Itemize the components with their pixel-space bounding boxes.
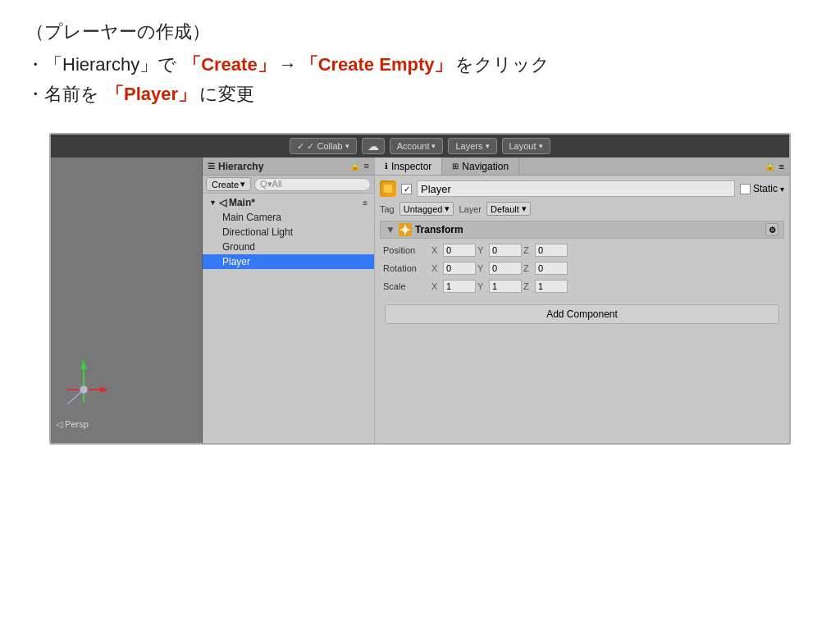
navigation-tab-label: Navigation xyxy=(462,161,509,172)
static-checkbox[interactable] xyxy=(740,184,751,194)
tab-inspector[interactable]: ℹ Inspector xyxy=(375,158,442,175)
svg-rect-9 xyxy=(384,185,392,193)
transform-actions: ⚙ xyxy=(765,223,778,236)
hierarchy-panel: ☰ Hierarchy 🔒 ≡ Create ▾ Q▾All ▼ xyxy=(203,158,375,443)
hierarchy-header-right: 🔒 ≡ xyxy=(349,161,369,171)
hierarchy-list: ▼ ◁ Main* ≡ Main Camera Directional Ligh… xyxy=(203,194,374,443)
inspector-panel: ℹ Inspector ⊞ Navigation 🔒 ≡ xyxy=(375,158,789,443)
bullet2-suffix: に変更 xyxy=(199,82,254,107)
account-arrow-icon: ▾ xyxy=(431,142,436,150)
unity-toolbar: ✓ ✓ Collab ▾ ☁ Account ▾ Layers ▾ Layout… xyxy=(51,135,789,158)
static-arrow-icon[interactable]: ▾ xyxy=(780,185,784,194)
toolbar-center: ✓ ✓ Collab ▾ ☁ Account ▾ Layers ▾ Layout… xyxy=(290,138,550,154)
hierarchy-menu-icon: ≡ xyxy=(364,161,369,171)
position-xyz: X Y Z xyxy=(431,244,781,257)
cloud-button[interactable]: ☁ xyxy=(362,138,385,154)
layout-button[interactable]: Layout ▾ xyxy=(502,138,550,154)
rotation-row: Rotation X Y Z xyxy=(383,260,781,276)
rotation-label: Rotation xyxy=(383,263,428,273)
hierarchy-item-player[interactable]: Player xyxy=(203,254,374,269)
layout-arrow-icon: ▾ xyxy=(539,142,543,150)
rotation-xyz: X Y Z xyxy=(431,262,781,275)
scl-x-label: X xyxy=(431,281,441,291)
unity-main: y x ◁ Persp ☰ Hierarchy 🔒 xyxy=(51,158,789,443)
layers-arrow-icon: ▾ xyxy=(486,142,490,150)
scale-label: Scale xyxy=(383,281,428,291)
hierarchy-item-main-camera[interactable]: Main Camera xyxy=(203,210,374,225)
position-x-input[interactable] xyxy=(443,244,476,257)
collab-check-icon: ✓ xyxy=(297,141,304,152)
add-component-label: Add Component xyxy=(546,308,618,320)
player-label: Player xyxy=(222,256,250,267)
directional-light-label: Directional Light xyxy=(222,226,293,238)
create-label: Create xyxy=(212,180,239,189)
scene-view: y x ◁ Persp xyxy=(51,158,203,443)
rotation-x-input[interactable] xyxy=(443,262,476,275)
hierarchy-search[interactable]: Q▾All xyxy=(254,178,371,191)
object-name-input[interactable] xyxy=(417,180,735,197)
ground-label: Ground xyxy=(222,241,255,253)
navigation-tab-icon: ⊞ xyxy=(452,162,459,171)
layer-value: Default xyxy=(491,204,519,214)
collab-button[interactable]: ✓ ✓ Collab ▾ xyxy=(290,138,356,154)
tag-arrow-icon: ▾ xyxy=(445,203,450,214)
rot-y-label: Y xyxy=(477,263,487,273)
unity-editor: ✓ ✓ Collab ▾ ☁ Account ▾ Layers ▾ Layout… xyxy=(49,133,791,445)
position-row: Position X Y Z xyxy=(383,242,781,258)
hierarchy-header: ☰ Hierarchy 🔒 ≡ xyxy=(203,158,374,176)
position-y-input[interactable] xyxy=(489,244,522,257)
scl-y-label: Y xyxy=(477,281,487,291)
create-arrow-icon: ▾ xyxy=(240,179,245,189)
scale-x-input[interactable] xyxy=(443,280,476,293)
scene-fold-arrow: ▼ xyxy=(209,199,217,207)
create-button[interactable]: Create ▾ xyxy=(206,177,251,191)
transform-icon xyxy=(399,223,412,236)
scene-name: Main* xyxy=(229,197,255,208)
bullet1-arrow: → xyxy=(279,54,297,75)
inspector-content: ✓ Static ▾ Tag Untagged ▾ Layer xyxy=(375,176,789,334)
tag-dropdown[interactable]: Untagged ▾ xyxy=(399,202,454,216)
rot-z-label: Z xyxy=(523,263,533,273)
transform-header: ▼ Transform ⚙ xyxy=(380,221,784,239)
account-button[interactable]: Account ▾ xyxy=(390,138,444,154)
rotation-y-input[interactable] xyxy=(489,262,522,275)
rotation-z-input[interactable] xyxy=(535,262,568,275)
hierarchy-scene-root[interactable]: ▼ ◁ Main* ≡ xyxy=(203,195,374,210)
bullet2-prefix: ・名前を xyxy=(26,82,99,107)
tab-navigation[interactable]: ⊞ Navigation xyxy=(442,158,519,175)
scale-y-input[interactable] xyxy=(489,280,522,293)
pos-x-label: X xyxy=(431,245,441,255)
axes-gizmo: y x xyxy=(55,357,112,414)
text-area: （プレーヤーの作成） ・「Hierarchy」で 「Create」 → 「Cre… xyxy=(0,0,840,125)
tag-value: Untagged xyxy=(404,204,443,214)
scene-menu-icon: ≡ xyxy=(363,199,368,208)
scene-3d-viewport[interactable]: y x ◁ Persp xyxy=(51,158,202,443)
position-z-input[interactable] xyxy=(535,244,568,257)
inspector-tab-label: Inspector xyxy=(391,161,431,172)
search-placeholder: Q▾All xyxy=(260,179,282,189)
layers-button[interactable]: Layers ▾ xyxy=(448,138,496,154)
inspector-tabs: ℹ Inspector ⊞ Navigation 🔒 ≡ xyxy=(375,158,789,176)
scale-z-input[interactable] xyxy=(535,280,568,293)
bullet1-empty: 「Create Empty」 xyxy=(300,52,453,77)
scale-xyz: X Y Z xyxy=(431,280,781,293)
inspector-menu-icon: ≡ xyxy=(779,162,784,171)
hierarchy-item-ground[interactable]: Ground xyxy=(203,240,374,254)
pos-z-label: Z xyxy=(523,245,533,255)
object-active-checkbox[interactable]: ✓ xyxy=(401,184,412,194)
hierarchy-lock-icon: 🔒 xyxy=(349,161,361,171)
pos-y-label: Y xyxy=(477,245,487,255)
title-text: （プレーヤーの作成） xyxy=(26,21,210,42)
transform-fold-arrow[interactable]: ▼ xyxy=(386,224,395,235)
add-component-button[interactable]: Add Component xyxy=(385,304,779,324)
scene-icon: ◁ xyxy=(219,197,226,208)
account-label: Account xyxy=(397,141,430,151)
svg-text:x: x xyxy=(103,386,107,394)
hierarchy-item-directional-light[interactable]: Directional Light xyxy=(203,225,374,240)
hierarchy-icon: ☰ xyxy=(208,162,215,171)
layer-dropdown[interactable]: Default ▾ xyxy=(486,202,531,216)
rot-x-label: X xyxy=(431,263,441,273)
transform-settings-icon[interactable]: ⚙ xyxy=(765,223,778,236)
transform-title: Transform xyxy=(415,224,463,235)
persp-label: ◁ Persp xyxy=(56,419,89,430)
